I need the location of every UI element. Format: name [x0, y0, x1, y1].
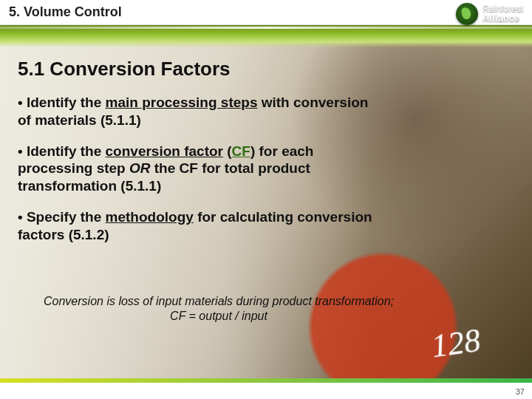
slide: 128 5. Volume Control Rainforest Allianc…: [0, 0, 532, 399]
b2-underlined: conversion factor: [106, 143, 223, 159]
b3-lead: • Specify the: [18, 209, 106, 225]
bullet-2: • Identify the conversion factor (CF) fo…: [18, 143, 372, 195]
brand-logo-text: Rainforest Alliance: [482, 4, 523, 24]
page-number: 37: [516, 387, 525, 396]
bg-chalk-number: 128: [429, 321, 482, 366]
b2-cf: CF: [232, 143, 250, 159]
bullet-3: • Specify the methodology for calculatin…: [18, 208, 372, 244]
b2-or: OR: [129, 160, 151, 176]
frog-seal-icon: [456, 3, 478, 25]
bottom-white-bar: [0, 383, 532, 399]
b3-underlined: methodology: [106, 209, 194, 225]
bullet-1: • Identify the main processing steps wit…: [18, 94, 372, 129]
footnote-line2: CF = output / input: [170, 310, 267, 322]
footnote-line1: Conversion is loss of input materials du…: [44, 295, 394, 307]
brand-logo: Rainforest Alliance: [456, 3, 523, 25]
footnote: Conversion is loss of input materials du…: [12, 294, 426, 324]
section-heading: 5.1 Conversion Factors: [18, 58, 502, 81]
b1-underlined: main processing steps: [106, 95, 258, 110]
title-bar: 5. Volume Control: [0, 0, 532, 25]
b2-paren-open: (: [223, 143, 232, 159]
b1-lead: • Identify the: [18, 95, 106, 110]
title-text: 5. Volume Control: [9, 4, 122, 20]
content-area: 5.1 Conversion Factors • Identify the ma…: [18, 58, 502, 256]
brand-line2: Alliance: [482, 14, 523, 24]
green-swoosh: [0, 25, 532, 47]
b2-lead: • Identify the: [18, 143, 106, 159]
